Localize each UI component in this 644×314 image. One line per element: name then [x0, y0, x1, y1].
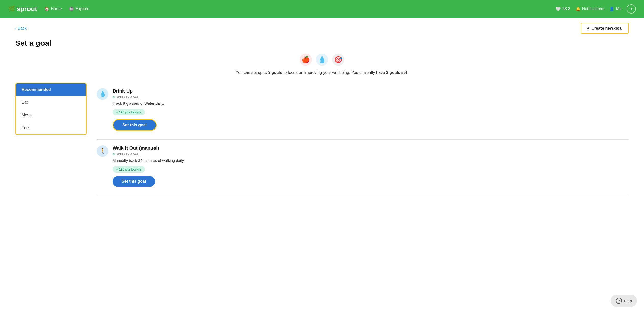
category-move[interactable]: Move — [16, 109, 86, 122]
drink-up-bonus: + 125 pts bonus — [113, 109, 145, 115]
explore-icon: 🔘 — [69, 7, 74, 11]
create-new-goal-button[interactable]: + Create new goal — [581, 23, 629, 34]
subtitle-part1: You can set up to — [236, 70, 268, 75]
drink-up-icon: 💧 — [97, 88, 108, 100]
goal-card-header-drink-up: 💧 Drink Up ↻ WEEKLY GOAL Track 8 glasses… — [97, 88, 629, 131]
category-menu: Recommended Eat Move Feel — [15, 83, 87, 135]
logo: 🌿 sprout — [8, 5, 37, 13]
main-layout: Recommended Eat Move Feel 💧 Drink Up ↻ W… — [15, 83, 629, 195]
heart-icon: 🤍 — [556, 7, 561, 11]
top-bar: ‹ Back + Create new goal — [15, 18, 629, 36]
score-display: 🤍 68.8 — [556, 7, 570, 11]
score-value: 68.8 — [562, 7, 570, 11]
walk-it-out-icon: 🚶 — [97, 145, 108, 157]
plus-icon: + — [630, 6, 633, 12]
me-label: Me — [616, 7, 622, 11]
goals-list: 💧 Drink Up ↻ WEEKLY GOAL Track 8 glasses… — [97, 83, 629, 195]
home-link[interactable]: 🏠 Home — [44, 7, 62, 11]
home-label: Home — [51, 7, 62, 11]
explore-link[interactable]: 🔘 Explore — [69, 7, 89, 11]
walk-desc: Manually track 30 minutes of walking dai… — [113, 158, 629, 163]
help-button[interactable]: ? Help — [611, 295, 637, 307]
subtitle: You can set up to 3 goals to focus on im… — [15, 70, 629, 75]
drink-up-title: Drink Up — [113, 88, 629, 94]
notifications-label: Notifications — [582, 7, 604, 11]
walk-info: Walk It Out (manual) ↻ WEEKLY GOAL Manua… — [113, 145, 629, 187]
chevron-left-icon: ‹ — [15, 26, 17, 31]
nav-left: 🌿 sprout 🏠 Home 🔘 Explore — [8, 5, 89, 13]
category-eat[interactable]: Eat — [16, 96, 86, 109]
bell-icon: 🔔 — [576, 7, 581, 11]
logo-text: sprout — [17, 5, 37, 13]
category-recommended[interactable]: Recommended — [16, 83, 86, 96]
add-button[interactable]: + — [627, 4, 636, 14]
goal-card-walk-it-out: 🚶 Walk It Out (manual) ↻ WEEKLY GOAL Man… — [97, 140, 629, 195]
recycle-icon: ↻ — [113, 96, 115, 99]
user-icon: 👤 — [609, 7, 614, 11]
nav-right: 🤍 68.8 🔔 Notifications 👤 Me + — [556, 4, 636, 14]
goal-card-header-walk: 🚶 Walk It Out (manual) ↻ WEEKLY GOAL Man… — [97, 145, 629, 187]
help-icon: ? — [616, 298, 622, 304]
walk-badge: ↻ WEEKLY GOAL — [113, 153, 139, 156]
goal-card-drink-up: 💧 Drink Up ↻ WEEKLY GOAL Track 8 glasses… — [97, 83, 629, 140]
water-goal-icon: 💧 — [316, 54, 328, 66]
subtitle-bold2: 2 goals set — [386, 70, 407, 75]
drink-up-desc: Track 8 glasses of Water daily. — [113, 101, 629, 106]
category-feel[interactable]: Feel — [16, 122, 86, 134]
plus-icon: + — [587, 26, 589, 31]
set-walk-goal-button[interactable]: Set this goal — [113, 176, 155, 187]
logo-icon: 🌿 — [8, 6, 15, 12]
subtitle-bold1: 3 goals — [268, 70, 282, 75]
food-goal-icon: 🍎 — [300, 54, 312, 66]
page-title: Set a goal — [15, 39, 629, 47]
home-icon: 🏠 — [44, 7, 49, 11]
target-goal-icon: 🎯 — [332, 54, 344, 66]
walk-bonus: + 125 pts bonus — [113, 166, 145, 173]
drink-up-info: Drink Up ↻ WEEKLY GOAL Track 8 glasses o… — [113, 88, 629, 131]
page-content: ‹ Back + Create new goal Set a goal 🍎 💧 … — [0, 18, 644, 314]
help-label: Help — [624, 299, 632, 303]
create-goal-label: Create new goal — [591, 26, 623, 31]
goal-icons: 🍎 💧 🎯 — [15, 54, 629, 66]
back-button[interactable]: ‹ Back — [15, 26, 27, 31]
me-button[interactable]: 👤 Me — [609, 7, 622, 11]
subtitle-part2: to focus on improving your wellbeing. Yo… — [282, 70, 386, 75]
recycle-icon-2: ↻ — [113, 153, 115, 156]
back-label: Back — [18, 26, 27, 31]
subtitle-end: . — [407, 70, 408, 75]
navbar: 🌿 sprout 🏠 Home 🔘 Explore 🤍 68.8 🔔 Notif… — [0, 0, 644, 18]
notifications-button[interactable]: 🔔 Notifications — [576, 7, 604, 11]
explore-label: Explore — [76, 7, 89, 11]
set-drink-up-goal-button[interactable]: Set this goal — [113, 119, 157, 131]
walk-title: Walk It Out (manual) — [113, 145, 629, 151]
drink-up-badge: ↻ WEEKLY GOAL — [113, 96, 139, 99]
